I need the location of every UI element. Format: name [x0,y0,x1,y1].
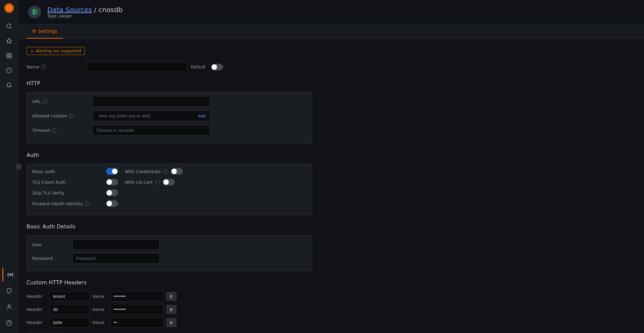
url-input[interactable]: http://192.168.0.50:31902 [93,96,210,107]
header-row-0: Header Value 🗑 [26,291,312,301]
datasource-logo: 🐉 [26,4,43,20]
skip-tls-label-text: Skip TLS Verify [32,190,64,196]
sidebar-item-notifications[interactable] [2,78,16,92]
timeout-label-text: Timeout [32,128,50,133]
skip-tls-label: Skip TLS Verify [32,190,99,196]
header-key-input-1[interactable] [49,304,90,315]
delete-header-btn-2[interactable]: 🗑 [166,318,176,327]
datasource-name: cnosdb [99,6,123,14]
with-credentials-label-text: With Credentials [125,169,161,174]
svg-point-11 [10,274,11,276]
timeout-control [93,125,307,135]
password-label: Password [32,256,72,261]
sidebar-item-search[interactable] [2,19,16,33]
header-row-1: Header Value 🗑 [26,304,312,315]
sidebar-item-shield[interactable] [2,284,16,297]
default-label: Default [191,65,206,69]
http-section: URL i http://192.168.0.50:31902 Allowed … [26,92,312,144]
add-tag-button[interactable]: Add [197,113,207,118]
tag-input[interactable] [96,111,197,121]
with-ca-cert-toggle[interactable] [163,179,175,185]
custom-headers-heading: Custom HTTP Headers [26,279,312,286]
sidebar-item-starred[interactable] [2,34,16,48]
svg-text:⬡: ⬡ [7,5,11,11]
auth-section: Basic auth With Credentials i TLS Client… [26,164,312,215]
header-value-input-1[interactable] [110,304,164,315]
forward-oauth-label-text: Forward OAuth Identity [32,201,83,206]
svg-rect-7 [7,56,8,58]
default-toggle[interactable] [211,64,223,70]
password-row: Password [32,253,307,264]
name-info-icon[interactable]: i [41,65,46,69]
allowed-cookies-control: Add [93,111,307,121]
http-section-heading: HTTP [26,80,312,87]
url-info-icon[interactable]: i [43,99,47,104]
allowed-cookies-info-icon[interactable]: i [69,114,73,118]
with-ca-cert-label-text: With CA Cert [125,180,153,185]
skip-tls-toggle[interactable] [106,189,118,196]
svg-text:🐉: 🐉 [31,8,38,15]
sidebar-collapse-btn[interactable]: › [15,163,22,170]
header-text: Data Sources / cnosdb Type: Jaeger [47,6,122,18]
sidebar-item-alerting[interactable] [2,64,16,77]
sidebar-item-dashboards[interactable] [2,49,16,62]
url-label: URL i [32,99,93,104]
value-label-0: Value [92,294,107,299]
with-credentials-info-icon[interactable]: i [163,169,168,174]
timeout-row: Timeout i [32,125,307,135]
basic-auth-toggle[interactable] [106,168,118,175]
with-credentials-toggle[interactable] [171,168,183,175]
svg-point-2 [7,24,11,28]
datasource-type: Type: Jaeger [47,14,122,18]
timeout-input[interactable] [93,125,210,135]
allowed-cookies-row: Allowed cookies i Add [32,111,307,121]
page-header: 🐉 Data Sources / cnosdb Type: Jaeger [18,0,644,24]
svg-rect-6 [10,56,11,58]
sidebar-bottom [2,267,16,330]
name-input[interactable]: cnosdb [87,62,187,72]
tab-settings[interactable]: ⚙ Settings [26,24,63,39]
svg-rect-4 [7,53,8,55]
auth-section-heading: Auth [26,152,312,158]
name-control: cnosdb Default [87,62,312,72]
tag-input-wrapper: Add [93,111,210,121]
name-label-text: Name [26,64,39,69]
header-value-input-0[interactable] [110,291,164,301]
header-key-input-0[interactable] [49,291,90,301]
user-input[interactable]: root [72,239,160,250]
header-value-input-2[interactable] [110,317,164,328]
tabs-bar: ⚙ Settings [18,24,644,39]
forward-oauth-info-icon[interactable]: i [85,201,89,206]
with-credentials-right: With Credentials i [125,168,192,175]
basic-auth-details-heading: Basic Auth Details [26,223,312,230]
name-label: Name i [26,64,87,69]
value-label-2: Value [92,320,107,325]
main-content: 🐉 Data Sources / cnosdb Type: Jaeger ⚙ S… [18,0,644,333]
svg-marker-3 [7,39,12,43]
app-logo[interactable]: ⬡ [4,3,14,13]
sidebar-item-settings[interactable] [2,268,16,281]
timeout-info-icon[interactable]: i [52,128,56,133]
tls-client-auth-label: TLS Client Auth [32,180,99,185]
header-label-0: Header [26,294,47,299]
name-row: Name i cnosdb Default [26,62,312,72]
datasources-link[interactable]: Data Sources [47,6,92,14]
warning-icon: ⚠ [30,49,34,53]
with-ca-cert-info-icon[interactable]: i [155,180,160,184]
tls-client-auth-label-text: TLS Client Auth [32,180,66,185]
content-area: ⚠ Alerting not supported Name i cnosdb D… [18,39,320,333]
delete-header-btn-0[interactable]: 🗑 [166,292,176,301]
forward-oauth-toggle[interactable] [106,200,118,207]
password-input[interactable] [72,253,160,264]
basic-auth-label: Basic auth [32,169,99,174]
settings-tab-icon: ⚙ [32,29,36,34]
title-separator: / [94,6,99,14]
timeout-label: Timeout i [32,128,93,133]
header-key-input-2[interactable] [49,317,90,328]
add-header-button[interactable]: + Add header [26,332,63,333]
sidebar-item-profile[interactable] [2,300,16,314]
tls-client-auth-toggle[interactable] [106,179,118,185]
delete-header-btn-1[interactable]: 🗑 [166,305,176,314]
sidebar-item-help[interactable] [2,316,16,330]
page-title: Data Sources / cnosdb [47,6,122,14]
